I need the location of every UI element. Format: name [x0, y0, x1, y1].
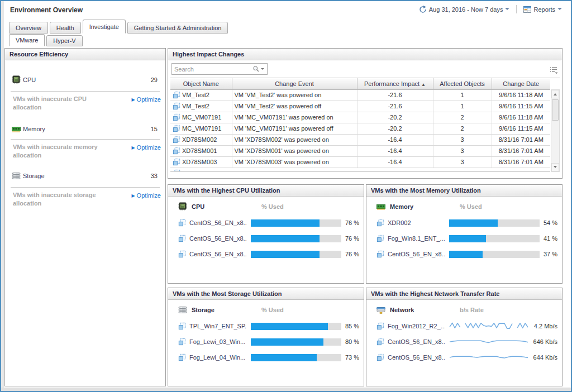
- optimize-cpu-link[interactable]: ▶ Optimize: [131, 96, 161, 103]
- percent-used-label: % Used: [460, 203, 482, 210]
- vm-icon: [376, 235, 384, 242]
- storage-icon: [178, 305, 187, 314]
- subtab-hyperv[interactable]: Hyper-V: [46, 35, 82, 46]
- memory-utilization-title: VMs with the Most Memory Utilization: [366, 185, 562, 197]
- vm-name: CentOS_56_EN_x8...: [189, 251, 246, 257]
- list-item[interactable]: CentOS_56_EN_x8... 76 %: [178, 233, 359, 244]
- sort-asc-icon: ▲: [421, 82, 426, 87]
- table-row-partial: [170, 168, 550, 172]
- list-item[interactable]: CentOS_56_EN_x8... 646 Kb/s: [376, 336, 557, 347]
- utilization-bar: [251, 251, 341, 258]
- utilization-bar-fill: [449, 235, 486, 242]
- vm-icon: [173, 147, 180, 155]
- triangle-down-icon: [554, 166, 557, 170]
- storage-metric-value: 33: [151, 173, 159, 179]
- utilization-value: 80 %: [345, 338, 359, 345]
- list-item[interactable]: TPL_Win7_ENT_SP... 85 %: [178, 321, 359, 332]
- vm-icon: [376, 322, 384, 330]
- network-icon: [376, 305, 385, 314]
- table-row[interactable]: XD78SM001 VM 'XD78SM001' was powered on …: [170, 145, 550, 156]
- memory-metric-label: Memory: [23, 126, 45, 132]
- scroll-down-button[interactable]: [551, 163, 559, 171]
- utilization-value: 76 %: [345, 251, 359, 257]
- vm-icon: [173, 136, 180, 144]
- list-item[interactable]: Fog_Lewi_03_Win... 80 %: [178, 336, 359, 347]
- vm-icon: [376, 353, 384, 361]
- table-row[interactable]: VM_Test2 VM 'VM_Test2' was powered on -2…: [170, 89, 550, 101]
- reports-label: Reports: [533, 6, 555, 13]
- vm-icon: [178, 353, 186, 361]
- col-header-change-date[interactable]: Change Date: [492, 78, 550, 89]
- utilization-value: 41 %: [544, 235, 557, 242]
- tab-health[interactable]: Health: [50, 22, 81, 34]
- memory-metric-row[interactable]: Memory 15: [12, 123, 159, 135]
- reports-button[interactable]: Reports: [523, 6, 562, 13]
- list-item[interactable]: Fog_Lewi_04_Win... 73 %: [178, 352, 359, 363]
- network-transfer-panel: VMs with the Highest Network Transfer Ra…: [366, 288, 563, 386]
- optimize-storage-link[interactable]: ▶ Optimize: [131, 192, 161, 199]
- vertical-scrollbar[interactable]: [551, 89, 560, 172]
- table-row[interactable]: VM_Test2 VM 'VM_Test2' was powered off -…: [170, 101, 550, 112]
- col-header-affected-objects[interactable]: Affected Objects: [433, 78, 492, 89]
- search-icon[interactable]: [252, 65, 260, 73]
- vm-name: Fog_Win2012_R2_...: [388, 323, 445, 329]
- storage-metric-row[interactable]: Storage 33: [12, 170, 159, 182]
- optimize-arrow-icon: ▶: [131, 145, 135, 150]
- optimize-storage-label: Optimize: [137, 192, 161, 199]
- utilization-bar: [449, 251, 540, 258]
- table-row[interactable]: XD78SM003 VM 'XD78SM003' was powered on …: [170, 156, 550, 168]
- impact-table: Object Name Change Event Performance Imp…: [170, 78, 560, 172]
- search-input[interactable]: [172, 66, 252, 73]
- utilization-bar: [449, 219, 540, 227]
- table-row[interactable]: MC_VM07191 VM 'MC_VM07191' was powered o…: [170, 123, 550, 134]
- cpu-column-label: CPU: [192, 203, 204, 210]
- percent-used-label: % Used: [261, 307, 284, 313]
- vm-icon: [376, 219, 384, 227]
- col-header-object-name[interactable]: Object Name: [170, 78, 232, 89]
- tab-getting-started[interactable]: Getting Started & Administration: [127, 22, 228, 34]
- divider: [11, 139, 160, 140]
- storage-column-label: Storage: [192, 307, 214, 313]
- highest-impact-changes-title: Highest Impact Changes: [168, 49, 562, 60]
- utilization-bar: [251, 323, 341, 330]
- list-item[interactable]: CentOS_56_EN_x8... 76 %: [178, 248, 359, 260]
- utilization-value: 85 %: [345, 323, 359, 329]
- vm-icon: [173, 102, 180, 110]
- utilization-bar: [251, 338, 341, 346]
- optimize-memory-link[interactable]: ▶ Optimize: [131, 144, 161, 151]
- col-header-performance-impact[interactable]: Performance Impact▲: [357, 78, 433, 89]
- list-item[interactable]: Fog_Win2012_R2_... 4.2 Mb/s: [376, 321, 557, 332]
- list-item[interactable]: CentOS_56_EN_x8... 644 Kb/s: [376, 352, 557, 363]
- network-sparkline: [449, 321, 528, 331]
- table-row[interactable]: XD78SM002 VM 'XD78SM002' was powered on …: [170, 134, 550, 145]
- scrollbar-thumb[interactable]: [552, 99, 559, 121]
- cpu-metric-row[interactable]: CPU 29: [12, 74, 159, 86]
- memory-column-label: Memory: [390, 203, 413, 210]
- col-header-change-event[interactable]: Change Event: [232, 78, 357, 89]
- triangle-up-icon: [554, 92, 557, 95]
- vm-name: TPL_Win7_ENT_SP...: [189, 323, 246, 329]
- time-range-icon: [419, 6, 427, 13]
- table-row[interactable]: MC_VM07191 VM 'MC_VM07191' was powered o…: [170, 112, 550, 123]
- search-options-caret-icon[interactable]: [261, 68, 264, 71]
- highest-impact-changes-panel: Highest Impact Changes Object Name Chang…: [168, 48, 563, 179]
- memory-icon: [12, 125, 21, 133]
- table-customizer-icon[interactable]: [549, 65, 558, 74]
- cpu-metric-value: 29: [151, 77, 159, 83]
- network-column-label: Network: [390, 307, 414, 313]
- time-range-selector[interactable]: Aug 31, 2016 - Now 7 days: [419, 6, 510, 13]
- search-box: [171, 63, 268, 75]
- tab-overview[interactable]: Overview: [9, 22, 48, 34]
- vm-icon: [376, 250, 384, 258]
- list-item[interactable]: Fog_Win8.1_ENT_... 41 %: [376, 233, 557, 244]
- vm-icon: [173, 169, 180, 172]
- scroll-up-button[interactable]: [551, 90, 559, 98]
- topbar-controls: Aug 31, 2016 - Now 7 days Reports: [419, 5, 562, 13]
- tab-investigate[interactable]: Investigate: [83, 20, 126, 34]
- list-item[interactable]: XDR002 54 %: [376, 217, 557, 228]
- subtab-vmware[interactable]: VMware: [9, 34, 45, 46]
- sub-tabs: VMware Hyper-V: [9, 34, 83, 46]
- vm-name: Fog_Win8.1_ENT_...: [388, 235, 445, 242]
- list-item[interactable]: CentOS_56_EN_x8... 76 %: [178, 217, 359, 228]
- list-item[interactable]: CentOS_56_EN_x8... 37 %: [376, 248, 557, 260]
